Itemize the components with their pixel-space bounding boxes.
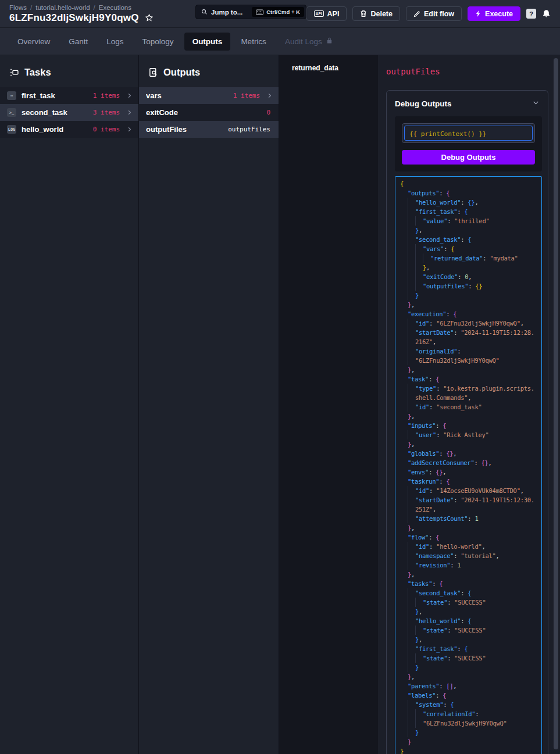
breadcrumb-item[interactable]: Executions (99, 4, 131, 11)
item-count: 0 items (93, 126, 120, 133)
code-line: "state": "SUCCESS" (400, 626, 537, 635)
notifications-bell-icon[interactable] (542, 9, 551, 19)
api-icon: API (314, 10, 324, 17)
api-button[interactable]: API API (306, 6, 347, 21)
code-line: "startDate": "2024-11-19T15:12:30. (400, 495, 537, 505)
tab-overview[interactable]: Overview (9, 33, 58, 51)
code-line: "namespace": "tutorial", (400, 551, 537, 560)
code-line: "state": "SUCCESS" (400, 653, 537, 663)
code-line: "type": "io.kestra.plugin.scripts. (400, 384, 537, 393)
code-line: "labels": { (400, 691, 537, 700)
debug-outputs-button[interactable]: Debug Outputs (402, 150, 535, 165)
code-line: "hello_world": {}, (400, 198, 537, 207)
code-line: "id": "hello-world", (400, 542, 537, 551)
tab-logs[interactable]: Logs (98, 33, 131, 51)
breadcrumb-separator: / (94, 4, 95, 11)
delete-button[interactable]: Delete (352, 6, 400, 21)
chevron-right-icon (122, 109, 133, 116)
code-line: "second_task": { (400, 235, 537, 244)
expression-input[interactable]: {{ printContext() }} (404, 126, 533, 141)
tasks-panel-title: Tasks (24, 67, 51, 78)
lightning-bolt-icon (475, 10, 481, 17)
code-line: "first_task": { (400, 207, 537, 216)
output-row-outputFiles[interactable]: outputFilesoutputFiles (139, 121, 279, 138)
task-row-first_task[interactable]: ⋯first_task1 items (0, 87, 138, 104)
code-line: 216Z", (400, 337, 537, 346)
debug-outputs-card-header[interactable]: Debug Outputs (395, 91, 542, 116)
code-line: }, (400, 523, 537, 533)
code-line: "outputFiles": {} (400, 281, 537, 291)
execute-button[interactable]: Execute (468, 6, 520, 21)
page-title: 6LZFnu32dljSwkjH9Y0qwQ (9, 12, 139, 24)
json-output-viewer[interactable]: {"outputs": {"hello_world": {},"first_ta… (395, 176, 542, 754)
debug-expression-box: {{ printContext() }} Debug Outputs (395, 116, 542, 171)
item-count: 3 items (93, 109, 120, 116)
code-line: "system": { (400, 700, 537, 709)
task-row-second_task[interactable]: >_second_task3 items (0, 104, 138, 121)
code-line: "flow": { (400, 533, 537, 542)
tasks-list: ⋯first_task1 items>_second_task3 itemsLO… (0, 87, 138, 138)
task-row-hello_world[interactable]: LOGhello_world0 items (0, 121, 138, 138)
tasks-list-icon (9, 67, 19, 77)
value-task-icon: ⋯ (7, 91, 16, 100)
var-row-returned_data[interactable]: returned_data (279, 60, 378, 76)
code-line: "hello_world": { (400, 616, 537, 626)
code-line: "first_task": { (400, 644, 537, 653)
shell-task-icon: >_ (7, 108, 16, 117)
tab-gantt[interactable]: Gantt (60, 33, 96, 51)
code-line: "taskrun": { (400, 477, 537, 486)
tasks-panel: Tasks ⋯first_task1 items>_second_task3 i… (0, 55, 138, 754)
tab-topology[interactable]: Topology (134, 33, 182, 51)
output-value: 0 (266, 109, 270, 116)
outputs-document-search-icon (148, 67, 158, 77)
tab-audit-logs: Audit Logs (277, 33, 341, 51)
jump-to-search[interactable]: Jump to... Ctrl/Cmd + K (195, 5, 306, 19)
code-line: "addSecretConsumer": {}, (400, 458, 537, 467)
outputs-panel: Outputs vars1 itemsexitCode0outputFileso… (139, 55, 279, 754)
output-value: 1 items (233, 92, 260, 99)
breadcrumb-item[interactable]: Flows (9, 4, 27, 11)
keyboard-shortcut-badge: Ctrl/Cmd + K (252, 7, 304, 17)
code-line: "outputs": { (400, 188, 537, 198)
outputs-panel-title: Outputs (163, 67, 200, 78)
expression-input-wrapper: {{ printContext() }} (402, 123, 535, 143)
breadcrumb-item[interactable]: tutorial.hello-world (35, 4, 90, 11)
help-icon[interactable]: ? (526, 9, 536, 19)
code-line: } (400, 663, 537, 672)
code-line: }, (400, 365, 537, 374)
code-line: }, (400, 300, 537, 309)
code-line: "returned_data": "mydata" (400, 253, 537, 263)
code-line: "user": "Rick Astley" (400, 430, 537, 439)
output-row-exitCode[interactable]: exitCode0 (139, 104, 279, 121)
trash-icon (360, 10, 367, 17)
tab-metrics[interactable]: Metrics (233, 33, 274, 51)
vertical-scrollbar[interactable] (554, 58, 558, 749)
code-line: "parents": [], (400, 681, 537, 691)
code-line: "envs": {}, (400, 467, 537, 477)
outputs-list: vars1 itemsexitCode0outputFilesoutputFil… (139, 87, 279, 138)
code-line: "originalId": (400, 346, 537, 356)
output-row-vars[interactable]: vars1 items (139, 87, 279, 104)
code-line: "execution": { (400, 309, 537, 319)
edit-flow-button[interactable]: Edit flow (406, 6, 462, 21)
code-line: "task": { (400, 374, 537, 384)
search-icon (201, 9, 208, 15)
chevron-right-icon (122, 92, 133, 99)
code-line: } (400, 746, 537, 754)
code-line: "state": "SUCCESS" (400, 598, 537, 607)
code-line: "6LZFnu32dljSwkjH9Y0qwQ" (400, 719, 537, 728)
code-line: { (400, 179, 537, 188)
search-placeholder: Jump to... (211, 9, 242, 16)
execution-tab-bar: OverviewGanttLogsTopologyOutputsMetricsA… (0, 28, 560, 55)
tab-outputs[interactable]: Outputs (184, 33, 231, 51)
code-line: "revision": 1 (400, 560, 537, 570)
code-line: "vars": { (400, 244, 537, 253)
code-line: } (400, 728, 537, 737)
code-line: }, (400, 672, 537, 681)
code-line: shell.Commands", (400, 393, 537, 402)
log-task-icon: LOG (7, 125, 16, 134)
code-line: "value": "thrilled" (400, 216, 537, 226)
code-line: } (400, 737, 537, 746)
favorite-star-icon[interactable] (145, 13, 154, 22)
json-code: {"outputs": {"hello_world": {},"first_ta… (400, 179, 537, 754)
